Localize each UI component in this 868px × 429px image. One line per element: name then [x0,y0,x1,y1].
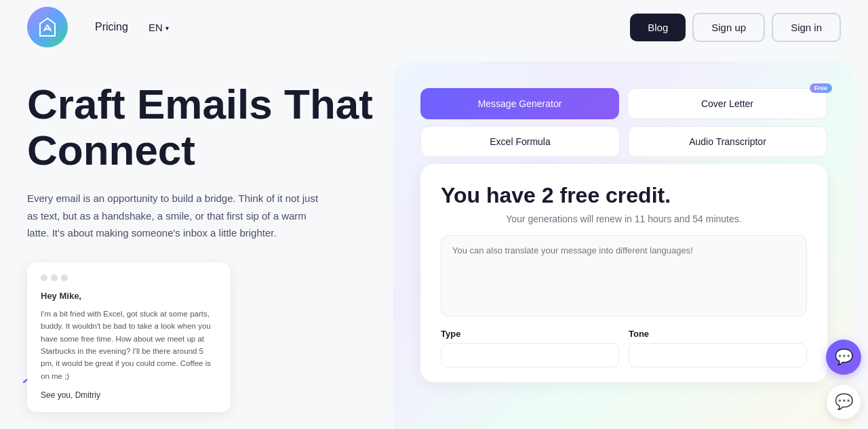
type-label: Type [441,329,619,339]
email-preview: Hey Mike, I'm a bit fried with Excel, go… [27,262,380,412]
type-col: Type [441,329,619,367]
signup-button[interactable]: Sign up [692,13,765,42]
dot-yellow [51,274,58,281]
email-card: Hey Mike, I'm a bit fried with Excel, go… [27,262,231,412]
dot-green [61,274,68,281]
type-tone-row: Type Tone [441,329,807,367]
nav-pricing[interactable]: Pricing [95,21,128,33]
hero-subtext: Every email is an opportunity to build a… [27,190,319,242]
chevron-down-icon: ▾ [165,24,169,32]
tab-audio-transcriptor[interactable]: Audio Transcriptor [628,126,827,157]
hero-right: Message Generator Cover Letter Free Exce… [407,75,841,429]
email-sign: See you, Dmitriy [41,390,217,400]
dot-red [41,274,47,281]
tab-excel-formula[interactable]: Excel Formula [420,126,620,157]
blog-button[interactable]: Blog [630,14,686,41]
chat-icon-primary: 💬 [835,348,853,366]
email-greeting: Hey Mike, [41,291,217,301]
free-badge: Free [810,83,832,93]
navbar: Pricing EN ▾ Blog Sign up Sign in [0,0,868,54]
tab-cover-letter[interactable]: Cover Letter Free [627,88,827,119]
page-title: Craft Emails That Connect [27,81,380,173]
message-input[interactable] [441,235,807,316]
tabs-container: Message Generator Cover Letter Free Exce… [407,75,841,157]
signin-button[interactable]: Sign in [772,13,841,42]
chat-bubble-secondary[interactable]: 💬 [826,384,861,420]
chat-icon-secondary: 💬 [835,393,853,411]
type-input[interactable] [441,343,619,367]
logo[interactable] [27,7,68,47]
tone-col: Tone [629,329,807,367]
tab-message-generator[interactable]: Message Generator [420,88,619,119]
chat-bubble-primary[interactable]: 💬 [826,340,861,375]
tone-label: Tone [629,329,807,339]
main-content: Craft Emails That Connect Every email is… [0,54,868,429]
email-body: I'm a bit fried with Excel, got stuck at… [41,308,217,382]
tabs-row-2: Excel Formula Audio Transcriptor [420,126,827,157]
message-input-wrap [441,235,807,319]
hero-left: Craft Emails That Connect Every email is… [27,75,380,429]
email-dots [41,274,217,281]
credit-subtitle: Your generations will renew in 11 hours … [441,213,807,224]
nav-actions: Blog Sign up Sign in [630,13,841,42]
credit-title: You have 2 free credit. [441,183,807,208]
tabs-row-1: Message Generator Cover Letter Free [420,88,827,119]
nav-language-selector[interactable]: EN ▾ [149,22,169,33]
credit-card: You have 2 free credit. Your generations… [420,164,827,382]
nav-links: Pricing EN ▾ [95,21,630,33]
tone-input[interactable] [629,343,807,367]
